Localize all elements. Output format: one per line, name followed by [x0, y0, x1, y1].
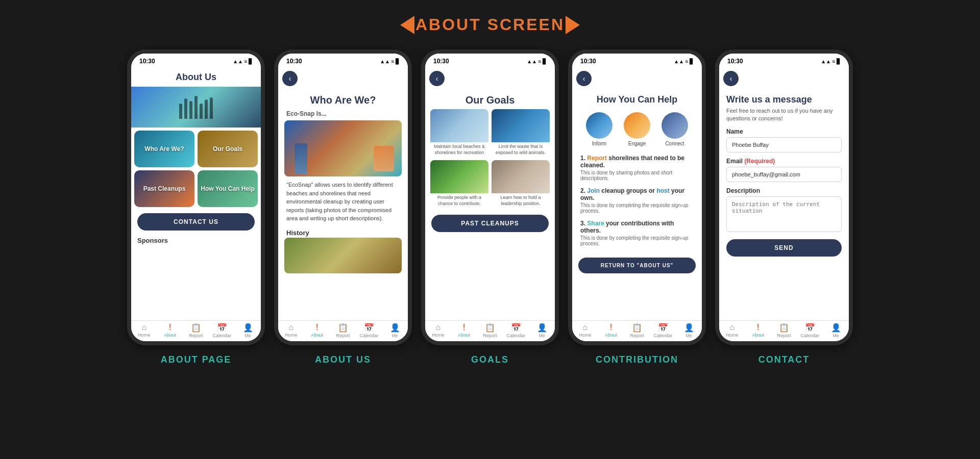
- nav-calendar-1[interactable]: 📅 Calendar: [212, 323, 232, 338]
- goals-grid: Maintain local beaches & shorelines for …: [425, 109, 555, 212]
- nav-me-5[interactable]: 👤 Me: [826, 323, 846, 338]
- nav-label-report-5: Report: [777, 333, 791, 338]
- contrib-item-engage: Engage: [624, 112, 650, 146]
- nav-label-about-3: About: [458, 333, 470, 338]
- tile-our-goals[interactable]: Our Goals: [198, 131, 258, 167]
- goal-card-office: Learn how to hold a leadership position.: [492, 160, 550, 208]
- about-icon-4: !: [610, 323, 612, 332]
- step-1-title: 1. Report shorelines that need to be cle…: [580, 155, 694, 169]
- connect-label: Connect: [665, 141, 684, 146]
- goal-caption-office: Learn how to hold a leadership position.: [492, 193, 550, 208]
- about-description: "EcoSnap" allows users to identify diffe…: [278, 176, 408, 227]
- nav-label-home-5: Home: [726, 333, 738, 338]
- nav-report-4[interactable]: 📋 Report: [627, 323, 647, 338]
- step-3: 3. Share your contributions with others.…: [580, 220, 694, 246]
- send-button[interactable]: SEND: [726, 239, 842, 257]
- nav-report-1[interactable]: 📋 Report: [186, 323, 206, 338]
- about-us-title: About Us: [131, 67, 261, 87]
- name-input[interactable]: [726, 137, 842, 152]
- nav-calendar-5[interactable]: 📅 Calendar: [800, 323, 820, 338]
- calendar-icon-1: 📅: [217, 323, 227, 333]
- bottom-nav-4: ⌂ Home ! About 📋 Report 📅 Calendar 👤: [572, 320, 702, 341]
- back-button-4[interactable]: ‹: [576, 71, 592, 86]
- tile-label-1: Our Goals: [211, 143, 244, 155]
- goal-img-whale: [492, 109, 550, 142]
- nav-about-3[interactable]: ! About: [454, 323, 474, 338]
- back-button-2[interactable]: ‹: [282, 71, 298, 86]
- goal-img-hands: [430, 160, 488, 193]
- nav-about-4[interactable]: ! About: [601, 323, 621, 338]
- phone-label-1: ABOUT PAGE: [161, 354, 232, 365]
- phone-wrapper-goals: 10:30 ▲▲ ≈ ▊ ‹ Our Goals Maintain local …: [421, 49, 559, 365]
- calendar-icon-5: 📅: [805, 323, 815, 333]
- return-to-about-button[interactable]: RETURN TO "ABOUT US": [578, 258, 696, 273]
- step-2-num: 2.: [580, 187, 587, 194]
- nav-report-3[interactable]: 📋 Report: [480, 323, 500, 338]
- step-3-desc: This is done by completing the requisite…: [580, 235, 694, 246]
- page-title: ABOUT SCREEN: [415, 15, 565, 34]
- tile-past-cleanups[interactable]: Past Cleanups: [134, 170, 194, 207]
- nav-label-about-1: About: [164, 333, 176, 338]
- bottom-nav-2: ⌂ Home ! About 📋 Report 📅 Calendar 👤: [278, 320, 408, 341]
- nav-calendar-2[interactable]: 📅 Calendar: [359, 323, 379, 338]
- nav-about-1[interactable]: ! About: [160, 323, 180, 338]
- about-grid: Who Are We? Our Goals Past Cleanups How …: [131, 128, 261, 210]
- step-2-desc: This is done by completing the requisite…: [580, 202, 694, 214]
- nav-calendar-4[interactable]: 📅 Calendar: [653, 323, 673, 338]
- contrib-item-connect: Connect: [662, 112, 688, 146]
- nav-home-2[interactable]: ⌂ Home: [281, 323, 301, 338]
- nav-label-report-4: Report: [630, 333, 644, 338]
- past-cleanups-button[interactable]: PAST CLEANUPS: [431, 215, 549, 232]
- goal-caption-beach: Maintain local beaches & shorelines for …: [430, 142, 488, 157]
- connect-circle: [662, 112, 688, 139]
- screen-about-page: About Us Who Are We: [131, 67, 261, 320]
- nav-report-5[interactable]: 📋 Report: [774, 323, 794, 338]
- nav-me-2[interactable]: 👤 Me: [385, 323, 405, 338]
- report-icon-1: 📋: [191, 323, 201, 333]
- nav-report-2[interactable]: 📋 Report: [333, 323, 353, 338]
- tile-who-are-we[interactable]: Who Are We?: [134, 131, 194, 167]
- goal-caption-hands: Provide people with a chance to contribu…: [430, 193, 488, 208]
- phone-label-2: ABOUT US: [315, 354, 371, 365]
- status-time-5: 10:30: [727, 58, 743, 65]
- phone-wrapper-about-page: 10:30 ▲▲ ≈ ▊ About Us: [127, 49, 265, 365]
- nav-me-1[interactable]: 👤 Me: [238, 323, 258, 338]
- nav-label-report-2: Report: [336, 333, 350, 338]
- nav-label-home-3: Home: [432, 333, 444, 338]
- nav-home-4[interactable]: ⌂ Home: [575, 323, 595, 338]
- nav-label-home-1: Home: [138, 333, 150, 338]
- status-icons-2: ▲▲ ≈ ▊: [380, 59, 400, 64]
- me-icon-2: 👤: [390, 323, 400, 333]
- contact-us-button[interactable]: CONTACT US: [137, 213, 255, 231]
- goal-card-hands: Provide people with a chance to contribu…: [430, 160, 488, 208]
- phone-label-3: GOALS: [471, 354, 509, 365]
- nav-home-1[interactable]: ⌂ Home: [134, 323, 154, 338]
- email-input[interactable]: [726, 167, 842, 182]
- tile-how-you-can-help[interactable]: How You Can Help: [198, 170, 258, 207]
- nav-label-me-4: Me: [685, 333, 692, 338]
- me-icon-5: 👤: [831, 323, 841, 333]
- home-icon-5: ⌂: [730, 323, 735, 332]
- calendar-icon-4: 📅: [658, 323, 668, 333]
- nav-label-about-2: About: [311, 333, 323, 338]
- nav-home-5[interactable]: ⌂ Home: [722, 323, 742, 338]
- bottom-nav-1: ⌂ Home ! About 📋 Report 📅 Calendar 👤: [131, 320, 261, 341]
- description-label: Description: [726, 187, 842, 194]
- phone-about-us: 10:30 ▲▲ ≈ ▊ ‹ Who Are We? Eco-Snap Is..…: [274, 49, 412, 345]
- nav-home-3[interactable]: ⌂ Home: [428, 323, 448, 338]
- nav-about-5[interactable]: ! About: [748, 323, 768, 338]
- nav-calendar-3[interactable]: 📅 Calendar: [506, 323, 526, 338]
- nav-me-3[interactable]: 👤 Me: [532, 323, 552, 338]
- phone-wrapper-contact: 10:30 ▲▲ ≈ ▊ ‹ Write us a message Feel f…: [715, 49, 853, 365]
- phone-wrapper-contribution: 10:30 ▲▲ ≈ ▊ ‹ How You Can Help Inform E…: [568, 49, 706, 365]
- nav-label-report-1: Report: [189, 333, 203, 338]
- nav-me-4[interactable]: 👤 Me: [679, 323, 699, 338]
- sponsors-label: Sponsors: [131, 234, 261, 247]
- back-button-3[interactable]: ‹: [429, 71, 445, 86]
- nav-label-home-2: Home: [285, 333, 297, 338]
- nav-about-2[interactable]: ! About: [307, 323, 327, 338]
- goal-caption-whale: Limit the waste that is exposed to wild …: [492, 142, 550, 157]
- nav-label-me-5: Me: [832, 333, 839, 338]
- description-textarea[interactable]: [726, 196, 842, 232]
- back-button-5[interactable]: ‹: [723, 71, 739, 86]
